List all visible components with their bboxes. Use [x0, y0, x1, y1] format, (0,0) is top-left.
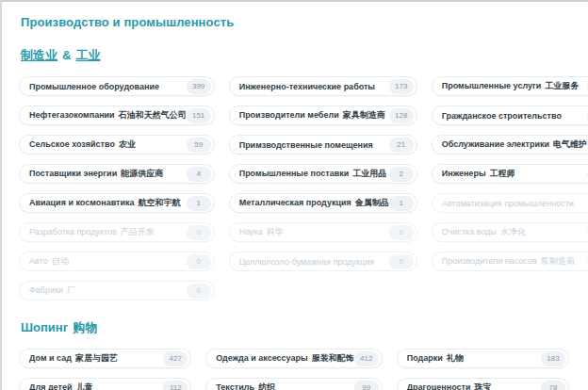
category-label-ru: Драгоценности — [407, 382, 471, 390]
category-pill[interactable]: Текстиль纺织99 — [205, 378, 382, 390]
category-label: Промышленные услуги工业服务 — [442, 80, 580, 92]
section-shopping: Шопинг购物Дом и сад家居与园艺427Для детей儿童112О… — [19, 319, 569, 390]
category-label: Сельское хозяйство农业 — [29, 138, 136, 151]
count-badge: 21 — [389, 138, 414, 153]
category-pill[interactable]: Обслуживание электрики电气维护8 — [432, 135, 588, 154]
count-badge: 0 — [187, 225, 211, 240]
category-pill[interactable]: Одежда и аксессуары服装和配饰412 — [205, 349, 382, 368]
category-label-ru: Инженеры — [442, 169, 486, 178]
category-label: Промышленные поставки工业用品 — [239, 168, 387, 180]
category-label: Производители мебели家具制造商 — [239, 109, 385, 122]
category-pill[interactable]: Промышленное оборудование399 — [19, 76, 215, 96]
category-label: Подарки礼物 — [407, 352, 464, 365]
category-label-ru: Промышленные поставки — [239, 169, 350, 178]
category-pill[interactable]: Производители насосов泵制造商0 — [432, 252, 588, 271]
category-label-zh: 珠宝 — [474, 382, 491, 390]
category-pill[interactable]: Авиация и космонавтика航空和宇航1 — [19, 193, 215, 213]
category-pill[interactable]: Металлическая продукция金属制品1 — [229, 193, 417, 213]
category-column: Одежда и аксессуары服装和配饰412Текстиль纺织99 — [205, 349, 382, 390]
category-label-ru: Фабрики — [29, 285, 63, 295]
category-label: Разработка продуктов产品开发 — [29, 226, 155, 238]
category-label: Инженерно-технические работы — [239, 82, 375, 91]
category-pill[interactable]: Для детей儿童112 — [19, 378, 191, 390]
count-badge: 4 — [187, 167, 211, 182]
category-label-ru: Очистка воды — [442, 227, 497, 236]
section-heading-text: Шопинг — [21, 320, 68, 334]
count-badge: 112 — [163, 381, 188, 390]
category-label-ru: Обслуживание электрики — [442, 139, 549, 149]
category-label-zh: 厂 — [67, 285, 75, 295]
category-label-zh: 家具制造商 — [343, 110, 385, 120]
category-column: Промышленное оборудование399Нефтегазоком… — [19, 76, 215, 301]
category-label: Авиация и космонавтика航空和宇航 — [29, 197, 181, 209]
category-label-zh: 水净化 — [500, 227, 526, 236]
category-label-zh: 纺织 — [258, 382, 275, 390]
category-label-ru: Металлическая продукция — [239, 198, 351, 207]
category-pill[interactable]: Автоматизация промышленности0 — [432, 193, 588, 213]
category-pill[interactable]: Драгоценности珠宝78 — [397, 378, 569, 390]
category-pill[interactable]: Целлюлозло-бумажная продукция0 — [229, 252, 417, 271]
category-label-ru: Для детей — [29, 382, 72, 390]
count-badge: 0 — [389, 225, 414, 240]
category-label-ru: Производители мебели — [239, 110, 339, 120]
category-pill[interactable]: Инженеры工程师1 — [432, 164, 588, 184]
category-pill[interactable]: Инженерно-технические работы173 — [229, 76, 417, 96]
category-label-ru: Авиация и космонавтика — [29, 198, 135, 207]
category-column: Инженерно-технические работы173Производи… — [229, 76, 417, 271]
category-label: Производители насосов泵制造商 — [442, 255, 575, 268]
category-label-zh: 科学 — [267, 227, 284, 236]
category-pill[interactable]: Фабрики厂0 — [19, 281, 215, 301]
category-label-ru: Примзводственные помещения — [239, 140, 373, 150]
category-pill[interactable]: Производители мебели家具制造商128 — [229, 106, 417, 125]
section-heading: 制造业&工业 — [21, 47, 569, 64]
category-pill[interactable]: Авто自动0 — [19, 252, 215, 271]
count-badge: 427 — [163, 351, 188, 366]
category-column: Подарки礼物183Драгоценности珠宝78 — [397, 349, 569, 390]
count-badge: 2 — [389, 167, 414, 182]
count-badge: 1 — [389, 196, 414, 211]
category-column: Дом и сад家居与园艺427Для детей儿童112 — [19, 349, 191, 390]
category-label-ru: Текстиль — [216, 382, 254, 390]
category-label: Обслуживание электрики电气维护 — [442, 138, 587, 151]
category-pill[interactable]: Промышленные поставки工业用品2 — [229, 164, 417, 184]
category-label-ru: Производители насосов — [442, 256, 537, 266]
category-pill[interactable]: Промышленные услуги工业服务172 — [432, 76, 588, 96]
category-label-zh: 儿童 — [75, 382, 92, 390]
category-label: Драгоценности珠宝 — [407, 382, 492, 390]
category-label-zh: 产品开发 — [121, 227, 155, 236]
section-heading-link[interactable]: 制造业 — [21, 48, 57, 62]
category-label: Промышленное оборудование — [29, 82, 159, 91]
category-label-ru: Дом и сад — [29, 353, 72, 363]
category-label: Для детей儿童 — [29, 382, 92, 390]
section-heading-link[interactable]: 工业 — [75, 48, 100, 62]
category-label: Инженеры工程师 — [442, 168, 515, 180]
category-pill[interactable]: Разработка продуктов产品开发0 — [19, 222, 215, 242]
count-badge: 0 — [187, 284, 211, 299]
category-label-zh: 泵制造商 — [541, 256, 575, 266]
category-label-ru: Промышленное оборудование — [29, 82, 159, 91]
category-label-zh: 工业服务 — [545, 81, 579, 90]
category-label: Металлическая продукция金属制品 — [239, 197, 389, 209]
count-badge: 59 — [187, 138, 211, 153]
category-pill[interactable]: Гражданское строительство68 — [432, 106, 588, 125]
category-label-ru: Целлюлозло-бумажная продукция — [239, 257, 374, 267]
category-pill[interactable]: Сельское хозяйство农业59 — [19, 135, 215, 154]
category-label-zh: 能源供应商 — [121, 169, 163, 178]
category-pill[interactable]: Дом и сад家居与园艺427 — [19, 349, 191, 368]
category-pill[interactable]: Очистка воды水净化0 — [432, 222, 588, 242]
category-pill[interactable]: Примзводственные помещения21 — [229, 135, 417, 154]
count-badge: 1 — [187, 196, 211, 211]
category-grid: Дом и сад家居与园艺427Для детей儿童112Одежда и … — [19, 349, 569, 390]
section-heading: Шопинг购物 — [21, 319, 569, 336]
category-label-zh: 航空和宇航 — [139, 198, 181, 207]
category-pill[interactable]: Нефтегазокомпании石油和天然气公司151 — [19, 106, 215, 125]
count-badge: 78 — [541, 381, 565, 390]
category-pill[interactable]: Поставщики энергии能源供应商4 — [19, 164, 215, 184]
sections-container: 制造业&工业Промышленное оборудование399Нефтег… — [19, 47, 569, 390]
category-label-ru: Гражданское строительство — [442, 111, 562, 121]
category-label-zh: 家居与园艺 — [75, 353, 118, 363]
category-pill[interactable]: Подарки礼物183 — [397, 349, 569, 368]
category-pill[interactable]: Наука科学0 — [229, 222, 417, 242]
category-grid: Промышленное оборудование399Нефтегазоком… — [19, 76, 569, 301]
category-label-zh: 礼物 — [447, 353, 464, 363]
